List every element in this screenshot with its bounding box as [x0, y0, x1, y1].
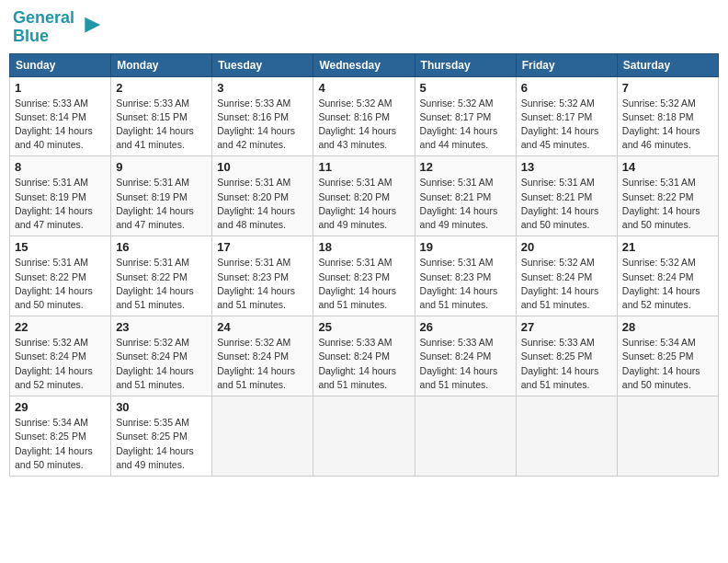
page-header: GeneralBlue [9, 9, 719, 46]
day-number: 8 [15, 160, 106, 174]
day-info: Sunrise: 5:31 AMSunset: 8:23 PMDaylight:… [217, 256, 308, 312]
day-info: Sunrise: 5:34 AMSunset: 8:25 PMDaylight:… [15, 416, 106, 472]
day-number: 20 [521, 240, 612, 254]
day-info: Sunrise: 5:32 AMSunset: 8:24 PMDaylight:… [116, 336, 207, 392]
day-info: Sunrise: 5:33 AMSunset: 8:16 PMDaylight:… [217, 97, 308, 153]
calendar-cell: 1 Sunrise: 5:33 AMSunset: 8:14 PMDayligh… [10, 76, 111, 156]
calendar-cell: 13 Sunrise: 5:31 AMSunset: 8:21 PMDaylig… [516, 156, 617, 236]
day-number: 4 [318, 81, 409, 95]
day-number: 25 [318, 320, 409, 334]
calendar-cell: 22 Sunrise: 5:32 AMSunset: 8:24 PMDaylig… [10, 316, 111, 396]
calendar-cell: 4 Sunrise: 5:32 AMSunset: 8:16 PMDayligh… [313, 76, 415, 156]
day-info: Sunrise: 5:35 AMSunset: 8:25 PMDaylight:… [116, 416, 207, 472]
day-info: Sunrise: 5:31 AMSunset: 8:21 PMDaylight:… [521, 176, 612, 232]
day-info: Sunrise: 5:33 AMSunset: 8:15 PMDaylight:… [116, 97, 207, 153]
day-info: Sunrise: 5:31 AMSunset: 8:20 PMDaylight:… [217, 176, 308, 232]
day-number: 13 [521, 160, 612, 174]
calendar-cell [617, 396, 718, 477]
days-of-week-row: SundayMondayTuesdayWednesdayThursdayFrid… [10, 53, 719, 76]
calendar-cell: 28 Sunrise: 5:34 AMSunset: 8:25 PMDaylig… [617, 316, 718, 396]
day-info: Sunrise: 5:32 AMSunset: 8:24 PMDaylight:… [521, 256, 612, 312]
calendar-cell [415, 396, 516, 477]
day-info: Sunrise: 5:32 AMSunset: 8:24 PMDaylight:… [217, 336, 308, 392]
calendar-cell: 21 Sunrise: 5:32 AMSunset: 8:24 PMDaylig… [617, 236, 718, 316]
calendar-cell: 30 Sunrise: 5:35 AMSunset: 8:25 PMDaylig… [111, 396, 212, 477]
dow-header: Saturday [617, 53, 718, 76]
day-number: 7 [622, 81, 713, 95]
day-number: 11 [318, 160, 409, 174]
calendar-week-row: 29 Sunrise: 5:34 AMSunset: 8:25 PMDaylig… [10, 396, 719, 477]
calendar-cell: 29 Sunrise: 5:34 AMSunset: 8:25 PMDaylig… [10, 396, 111, 477]
calendar-cell: 19 Sunrise: 5:31 AMSunset: 8:23 PMDaylig… [415, 236, 516, 316]
day-info: Sunrise: 5:31 AMSunset: 8:22 PMDaylight:… [15, 256, 106, 312]
calendar-cell: 9 Sunrise: 5:31 AMSunset: 8:19 PMDayligh… [111, 156, 212, 236]
calendar-cell [212, 396, 313, 477]
calendar-cell: 14 Sunrise: 5:31 AMSunset: 8:22 PMDaylig… [617, 156, 718, 236]
day-number: 14 [622, 160, 713, 174]
calendar-week-row: 15 Sunrise: 5:31 AMSunset: 8:22 PMDaylig… [10, 236, 719, 316]
day-number: 24 [217, 320, 308, 334]
dow-header: Friday [516, 53, 617, 76]
day-number: 29 [15, 400, 106, 414]
calendar-cell [313, 396, 415, 477]
day-number: 30 [116, 400, 207, 414]
calendar-cell: 8 Sunrise: 5:31 AMSunset: 8:19 PMDayligh… [10, 156, 111, 236]
calendar-cell: 18 Sunrise: 5:31 AMSunset: 8:23 PMDaylig… [313, 236, 415, 316]
day-number: 9 [116, 160, 207, 174]
day-number: 19 [420, 240, 511, 254]
calendar-cell: 27 Sunrise: 5:33 AMSunset: 8:25 PMDaylig… [516, 316, 617, 396]
day-number: 2 [116, 81, 207, 95]
calendar-week-row: 1 Sunrise: 5:33 AMSunset: 8:14 PMDayligh… [10, 76, 719, 156]
day-number: 12 [420, 160, 511, 174]
logo-icon [76, 13, 102, 39]
day-info: Sunrise: 5:31 AMSunset: 8:23 PMDaylight:… [420, 256, 511, 312]
calendar-cell: 15 Sunrise: 5:31 AMSunset: 8:22 PMDaylig… [10, 236, 111, 316]
day-info: Sunrise: 5:31 AMSunset: 8:22 PMDaylight:… [622, 176, 713, 232]
day-number: 27 [521, 320, 612, 334]
calendar-cell: 24 Sunrise: 5:32 AMSunset: 8:24 PMDaylig… [212, 316, 313, 396]
day-number: 3 [217, 81, 308, 95]
calendar-cell: 25 Sunrise: 5:33 AMSunset: 8:24 PMDaylig… [313, 316, 415, 396]
day-info: Sunrise: 5:32 AMSunset: 8:24 PMDaylight:… [622, 256, 713, 312]
day-number: 10 [217, 160, 308, 174]
logo: GeneralBlue [13, 9, 102, 46]
calendar-cell: 2 Sunrise: 5:33 AMSunset: 8:15 PMDayligh… [111, 76, 212, 156]
calendar-cell: 7 Sunrise: 5:32 AMSunset: 8:18 PMDayligh… [617, 76, 718, 156]
day-info: Sunrise: 5:31 AMSunset: 8:22 PMDaylight:… [116, 256, 207, 312]
day-info: Sunrise: 5:31 AMSunset: 8:19 PMDaylight:… [15, 176, 106, 232]
day-info: Sunrise: 5:34 AMSunset: 8:25 PMDaylight:… [622, 336, 713, 392]
day-number: 26 [420, 320, 511, 334]
calendar-cell: 23 Sunrise: 5:32 AMSunset: 8:24 PMDaylig… [111, 316, 212, 396]
day-info: Sunrise: 5:33 AMSunset: 8:14 PMDaylight:… [15, 97, 106, 153]
day-info: Sunrise: 5:33 AMSunset: 8:24 PMDaylight:… [318, 336, 409, 392]
dow-header: Monday [111, 53, 212, 76]
day-number: 16 [116, 240, 207, 254]
calendar-cell: 11 Sunrise: 5:31 AMSunset: 8:20 PMDaylig… [313, 156, 415, 236]
svg-marker-0 [85, 17, 100, 32]
day-info: Sunrise: 5:32 AMSunset: 8:17 PMDaylight:… [420, 97, 511, 153]
calendar-cell: 3 Sunrise: 5:33 AMSunset: 8:16 PMDayligh… [212, 76, 313, 156]
calendar-cell: 6 Sunrise: 5:32 AMSunset: 8:17 PMDayligh… [516, 76, 617, 156]
day-info: Sunrise: 5:31 AMSunset: 8:20 PMDaylight:… [318, 176, 409, 232]
calendar-cell: 5 Sunrise: 5:32 AMSunset: 8:17 PMDayligh… [415, 76, 516, 156]
day-number: 17 [217, 240, 308, 254]
dow-header: Thursday [415, 53, 516, 76]
day-info: Sunrise: 5:31 AMSunset: 8:19 PMDaylight:… [116, 176, 207, 232]
day-info: Sunrise: 5:31 AMSunset: 8:21 PMDaylight:… [420, 176, 511, 232]
logo-text: GeneralBlue [13, 9, 74, 46]
day-number: 5 [420, 81, 511, 95]
day-number: 15 [15, 240, 106, 254]
day-info: Sunrise: 5:32 AMSunset: 8:16 PMDaylight:… [318, 97, 409, 153]
calendar-week-row: 22 Sunrise: 5:32 AMSunset: 8:24 PMDaylig… [10, 316, 719, 396]
day-number: 1 [15, 81, 106, 95]
day-info: Sunrise: 5:31 AMSunset: 8:23 PMDaylight:… [318, 256, 409, 312]
calendar-cell: 10 Sunrise: 5:31 AMSunset: 8:20 PMDaylig… [212, 156, 313, 236]
day-number: 21 [622, 240, 713, 254]
calendar-table: SundayMondayTuesdayWednesdayThursdayFrid… [9, 53, 719, 477]
dow-header: Wednesday [313, 53, 415, 76]
day-info: Sunrise: 5:32 AMSunset: 8:17 PMDaylight:… [521, 97, 612, 153]
day-number: 18 [318, 240, 409, 254]
day-number: 23 [116, 320, 207, 334]
calendar-week-row: 8 Sunrise: 5:31 AMSunset: 8:19 PMDayligh… [10, 156, 719, 236]
day-info: Sunrise: 5:33 AMSunset: 8:25 PMDaylight:… [521, 336, 612, 392]
